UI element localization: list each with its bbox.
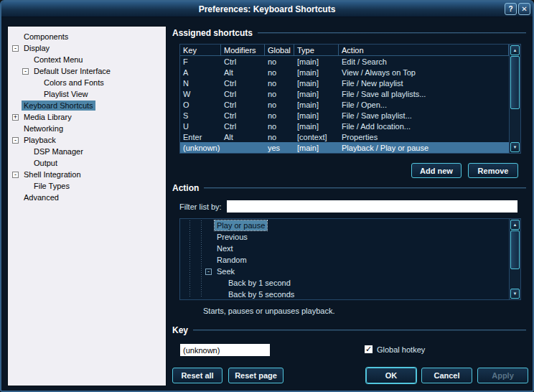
tree-expander-icon[interactable]: - (12, 137, 19, 144)
scroll-track[interactable] (510, 230, 520, 288)
sidebar-tree-item[interactable]: Keyboard Shortcuts (8, 100, 166, 111)
tree-item-label: Keyboard Shortcuts (22, 101, 95, 111)
action-item-label: Back by 1 second (226, 278, 293, 288)
action-item-label: Next (215, 243, 235, 253)
column-header-action[interactable]: Action (339, 45, 509, 55)
shortcuts-scrollbar[interactable]: ▲ ▼ (509, 45, 520, 153)
shortcut-row[interactable]: (unknown) yes [main] Playback / Play or … (180, 142, 509, 153)
cell-key: W (180, 88, 221, 99)
shortcut-row[interactable]: F Ctrl no [main] Edit / Search (180, 56, 509, 67)
action-tree-item[interactable]: - Seek (180, 266, 509, 277)
action-tree-item[interactable]: Play or pause (180, 220, 509, 231)
sidebar-tree-item[interactable]: Advanced (8, 192, 166, 203)
tree-item-label: Shell Integration (22, 169, 83, 179)
cell-action: File / Save all playlists... (339, 88, 509, 99)
column-header-global[interactable]: Global (265, 45, 294, 55)
heading-rule (193, 330, 526, 331)
window-title: Preferences: Keyboard Shortcuts (199, 4, 336, 14)
scroll-thumb[interactable] (510, 230, 520, 269)
action-tree: Play or pause Previous Next Random (180, 219, 509, 299)
global-hotkey-label: Global hotkey (377, 345, 425, 354)
cell-modifiers: Ctrl (221, 110, 265, 121)
action-tree-item[interactable]: Back by 1 second (180, 277, 509, 289)
scroll-thumb[interactable] (510, 56, 520, 109)
shortcut-row[interactable]: S Ctrl no [main] File / Save playlist... (180, 110, 509, 121)
scroll-track[interactable] (510, 56, 520, 141)
action-heading: Action (172, 182, 526, 193)
add-new-button[interactable]: Add new (411, 163, 462, 178)
reset-all-button[interactable]: Reset all (172, 368, 222, 383)
cell-type: [main] (294, 56, 339, 67)
scroll-up-icon[interactable]: ▲ (510, 45, 520, 55)
sidebar-tree-item[interactable]: Networking (8, 123, 166, 134)
cell-global: no (265, 88, 294, 99)
heading-rule (204, 187, 526, 189)
cancel-button[interactable]: Cancel (421, 368, 472, 383)
sidebar-tree-item[interactable]: File Types (8, 180, 166, 192)
sidebar-tree-item[interactable]: Output (8, 157, 166, 169)
shortcut-list-buttons: Add new Remove (411, 163, 518, 178)
reset-page-button[interactable]: Reset page (228, 368, 284, 383)
cell-key: U (180, 121, 221, 131)
shortcuts-list: Key Modifiers Global Type Action F Ctrl … (180, 45, 509, 153)
scroll-down-icon[interactable]: ▼ (510, 142, 520, 152)
cell-type: [main] (294, 110, 339, 121)
column-header-type[interactable]: Type (294, 45, 339, 55)
cell-action: Edit / Search (339, 56, 509, 67)
action-tree-item[interactable]: Back by 5 seconds (180, 289, 509, 299)
cell-global: no (265, 78, 294, 88)
key-input[interactable] (179, 343, 271, 357)
tree-item-label: File Types (32, 181, 72, 191)
global-hotkey-checkbox[interactable]: ✓ (364, 345, 373, 354)
cell-modifiers: Ctrl (221, 88, 265, 99)
sidebar-tree-item[interactable]: Colors and Fonts (8, 77, 166, 88)
action-tree-item[interactable]: Random (180, 254, 509, 266)
shortcut-row[interactable]: U Ctrl no [main] File / Add location... (180, 121, 509, 131)
column-header-modifiers[interactable]: Modifiers (221, 45, 265, 55)
cell-global: yes (265, 142, 294, 153)
help-icon[interactable]: ? (505, 3, 517, 15)
global-hotkey-row: ✓ Global hotkey (364, 345, 425, 354)
shortcut-row[interactable]: W Ctrl no [main] File / Save all playlis… (180, 88, 509, 99)
title-bar-buttons: ? ✕ (505, 3, 530, 15)
close-icon[interactable]: ✕ (518, 3, 530, 15)
sidebar-tree-item[interactable]: - Default User Interface (8, 65, 166, 77)
column-header-key[interactable]: Key (180, 45, 221, 55)
cell-type: [main] (294, 88, 339, 99)
shortcut-row[interactable]: A Alt no [main] View / Always on Top (180, 67, 509, 78)
action-tree-item[interactable]: Previous (180, 231, 509, 243)
apply-button[interactable]: Apply (477, 368, 528, 383)
tree-expander-icon[interactable]: - (12, 45, 19, 52)
shortcut-row[interactable]: N Ctrl no [main] File / New playlist (180, 78, 509, 88)
title-bar[interactable]: Preferences: Keyboard Shortcuts ? ✕ (1, 1, 533, 17)
key-heading: Key (172, 325, 526, 335)
cell-type: [main] (294, 78, 339, 88)
shortcut-row[interactable]: O Ctrl no [main] File / Open... (180, 99, 509, 110)
sidebar-tree-item[interactable]: Context Menu (8, 54, 166, 65)
remove-button[interactable]: Remove (468, 163, 518, 178)
tree-item-label: Context Menu (32, 55, 85, 65)
table-header[interactable]: Key Modifiers Global Type Action (180, 45, 509, 56)
cell-modifiers: Alt (221, 131, 265, 142)
shortcut-row[interactable]: Enter Alt no [context] Properties (180, 131, 509, 142)
sidebar-tree-item[interactable]: + Media Library (8, 111, 166, 123)
tree-expander-icon[interactable]: + (12, 114, 19, 121)
sidebar-tree-item[interactable]: - Playback (8, 134, 166, 146)
filter-input[interactable] (226, 200, 518, 213)
cell-action: View / Always on Top (339, 67, 509, 78)
sidebar-tree-item[interactable]: - Shell Integration (8, 169, 166, 180)
sidebar-tree-item[interactable]: - Display (8, 42, 166, 54)
tree-expander-icon[interactable]: - (12, 172, 19, 178)
sidebar-tree-item[interactable]: Components (8, 31, 166, 42)
sidebar-tree-item[interactable]: Playlist View (8, 88, 166, 100)
action-item-label: Previous (215, 232, 250, 242)
ok-button[interactable]: OK (366, 368, 416, 383)
action-tree-item[interactable]: Next (180, 243, 509, 254)
action-scrollbar[interactable]: ▲ ▼ (509, 219, 520, 299)
scroll-down-icon[interactable]: ▼ (510, 289, 520, 299)
tree-expander-icon[interactable]: - (205, 269, 212, 275)
sidebar-tree-item[interactable]: DSP Manager (8, 146, 166, 157)
scroll-up-icon[interactable]: ▲ (510, 220, 520, 230)
cell-key: A (180, 67, 221, 78)
tree-expander-icon[interactable]: - (22, 68, 29, 75)
